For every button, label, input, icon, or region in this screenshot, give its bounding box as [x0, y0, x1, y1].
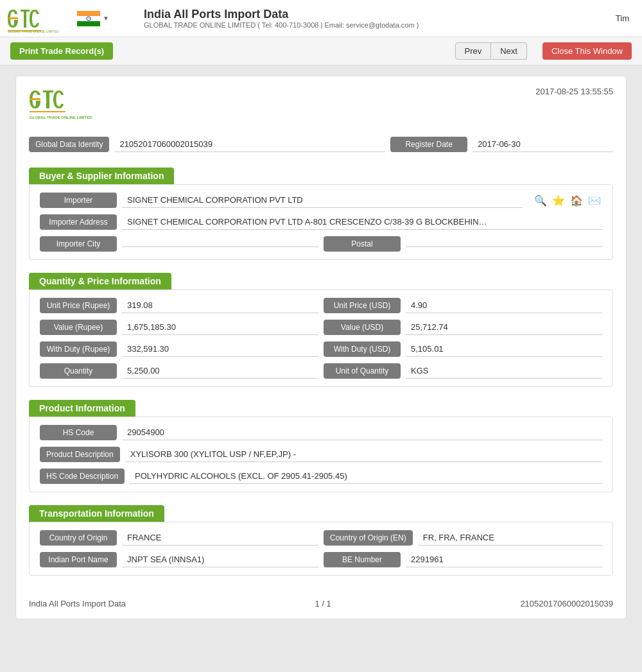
value-usd-value: 25,712.74: [406, 320, 602, 335]
star-icon[interactable]: ⭐: [551, 193, 566, 208]
country-of-origin-col: Country of Origin FRANCE: [40, 530, 318, 546]
global-data-identity-value: 21052017060002015039: [114, 137, 385, 152]
with-duty-usd-value: 5,105.01: [406, 341, 602, 357]
postal-value: [406, 241, 602, 247]
header-user: Tim: [616, 13, 634, 23]
product-body: HS Code 29054900 Product Description XYL…: [29, 417, 613, 492]
be-number-col: BE Number 2291961: [324, 552, 602, 567]
buyer-supplier-section: Buyer & Supplier Information Importer SI…: [29, 168, 613, 260]
transportation-body: Country of Origin FRANCE Country of Orig…: [29, 522, 613, 576]
register-date-label: Register Date: [390, 137, 467, 152]
country-of-origin-en-label: Country of Origin (EN): [324, 530, 413, 546]
header-subtitle: GLOBAL TRADE ONLINE LIMITED ( Tel: 400-7…: [144, 21, 616, 29]
svg-rect-10: [30, 98, 40, 100]
toolbar: Print Trade Record(s) Prev Next Close Th…: [0, 37, 642, 65]
transportation-title: Transportation Information: [29, 505, 164, 522]
quantity-label: Quantity: [40, 363, 117, 379]
quantity-price-body: Unit Price (Rupee) 319.08 Unit Price (US…: [29, 289, 613, 387]
buyer-supplier-title: Buyer & Supplier Information: [29, 168, 174, 184]
importer-city-row: Importer City Postal: [40, 236, 602, 252]
with-duty-row: With Duty (Rupee) 332,591.30 With Duty (…: [40, 341, 602, 357]
importer-address-row: Importer Address SIGNET CHEMICAL CORPORA…: [40, 214, 602, 230]
hs-code-row: HS Code 29054900: [40, 425, 602, 440]
product-title: Product Information: [29, 400, 135, 417]
svg-rect-7: [77, 21, 100, 26]
india-flag: [77, 11, 100, 26]
unit-price-usd-label: Unit Price (USD): [324, 298, 401, 313]
hs-code-description-label: HS Code Description: [40, 469, 125, 484]
unit-price-usd-value: 4.90: [406, 298, 602, 313]
with-duty-usd-col: With Duty (USD) 5,105.01: [324, 341, 602, 357]
hs-code-value: 29054900: [122, 425, 602, 440]
flag-dropdown-arrow[interactable]: ▼: [103, 15, 109, 22]
indian-port-name-label: Indian Port Name: [40, 552, 117, 567]
card-timestamp: 2017-08-25 13:55:55: [535, 87, 613, 96]
importer-icons: 🔍 ⭐ 🏠 ✉️: [533, 193, 602, 208]
nav-buttons: Prev Next: [455, 42, 527, 60]
footer-record-id: 21052017060002015039: [520, 599, 613, 608]
next-button[interactable]: Next: [491, 42, 527, 60]
footer-source: India All Ports Import Data: [29, 599, 126, 608]
global-data-identity-label: Global Data Identity: [29, 137, 109, 152]
importer-label: Importer: [40, 193, 117, 208]
value-rupee-label: Value (Rupee): [40, 320, 117, 335]
port-row: Indian Port Name JNPT SEA (INNSA1) BE Nu…: [40, 552, 602, 567]
svg-rect-2: [24, 10, 26, 28]
product-description-row: Product Description XYLISORB 300 (XYLITO…: [40, 447, 602, 462]
product-description-value: XYLISORB 300 (XYLITOL USP / NF,EP,JP) -: [125, 447, 602, 462]
unit-of-quantity-value: KGS: [406, 363, 602, 379]
unit-price-usd-col: Unit Price (USD) 4.90: [324, 298, 602, 313]
svg-text:GLOBAL TRADE ONLINE LIMITED: GLOBAL TRADE ONLINE LIMITED: [8, 30, 59, 33]
importer-city-value: [122, 241, 318, 247]
mail-icon[interactable]: ✉️: [587, 193, 602, 208]
with-duty-usd-label: With Duty (USD): [324, 341, 401, 357]
svg-text:GLOBAL TRADE ONLINE LIMITED: GLOBAL TRADE ONLINE LIMITED: [30, 116, 92, 119]
unit-price-rupee-value: 319.08: [122, 298, 318, 313]
print-button[interactable]: Print Trade Record(s): [10, 42, 113, 60]
indian-port-name-value: JNPT SEA (INNSA1): [122, 552, 318, 567]
register-date-value: 2017-06-30: [473, 137, 613, 152]
header: GLOBAL TRADE ONLINE LIMITED ▼ India All …: [0, 0, 642, 37]
product-description-label: Product Description: [40, 447, 120, 462]
svg-point-9: [88, 18, 89, 19]
be-number-label: BE Number: [324, 552, 401, 567]
home-icon[interactable]: 🏠: [569, 193, 584, 208]
value-row: Value (Rupee) 1,675,185.30 Value (USD) 2…: [40, 320, 602, 335]
gtc-logo: GLOBAL TRADE ONLINE LIMITED: [8, 4, 72, 33]
importer-address-label: Importer Address: [40, 214, 117, 230]
svg-rect-13: [30, 111, 65, 112]
header-center: India All Ports Import Data GLOBAL TRADE…: [136, 8, 616, 29]
unit-of-quantity-col: Unit of Quantity KGS: [324, 363, 602, 379]
country-of-origin-en-col: Country of Origin (EN) FR, FRA, FRANCE: [324, 530, 602, 546]
unit-of-quantity-label: Unit of Quantity: [324, 363, 401, 379]
value-rupee-value: 1,675,185.30: [122, 320, 318, 335]
quantity-row: Quantity 5,250.00 Unit of Quantity KGS: [40, 363, 602, 379]
header-title: India All Ports Import Data: [144, 8, 616, 21]
hs-code-label: HS Code: [40, 425, 117, 440]
flag-area[interactable]: ▼: [77, 11, 109, 26]
record-card: GLOBAL TRADE ONLINE LIMITED 2017-08-25 1…: [15, 76, 627, 619]
card-logo: GLOBAL TRADE ONLINE LIMITED: [29, 87, 112, 124]
unit-price-rupee-label: Unit Price (Rupee): [40, 298, 117, 313]
svg-rect-5: [77, 11, 100, 16]
quantity-price-section: Quantity & Price Information Unit Price …: [29, 273, 613, 387]
svg-rect-12: [46, 90, 49, 108]
transportation-section: Transportation Information Country of Or…: [29, 505, 613, 576]
quantity-price-title: Quantity & Price Information: [29, 273, 171, 289]
search-icon[interactable]: 🔍: [533, 193, 548, 208]
importer-row: Importer SIGNET CHEMICAL CORPORATION PVT…: [40, 193, 602, 208]
prev-button[interactable]: Prev: [455, 42, 492, 60]
value-rupee-col: Value (Rupee) 1,675,185.30: [40, 320, 318, 335]
country-of-origin-row: Country of Origin FRANCE Country of Orig…: [40, 530, 602, 546]
unit-price-row: Unit Price (Rupee) 319.08 Unit Price (US…: [40, 298, 602, 313]
card-header: GLOBAL TRADE ONLINE LIMITED 2017-08-25 1…: [29, 87, 613, 124]
card-footer: India All Ports Import Data 1 / 1 210520…: [29, 589, 613, 608]
postal-label: Postal: [324, 236, 401, 252]
country-of-origin-en-value: FR, FRA, FRANCE: [418, 530, 602, 546]
footer-pagination: 1 / 1: [315, 599, 331, 608]
with-duty-rupee-col: With Duty (Rupee) 332,591.30: [40, 341, 318, 357]
main-content: GLOBAL TRADE ONLINE LIMITED 2017-08-25 1…: [0, 65, 642, 630]
importer-city-label: Importer City: [40, 236, 117, 252]
buyer-supplier-body: Importer SIGNET CHEMICAL CORPORATION PVT…: [29, 184, 613, 260]
close-window-button[interactable]: Close This Window: [542, 42, 632, 60]
